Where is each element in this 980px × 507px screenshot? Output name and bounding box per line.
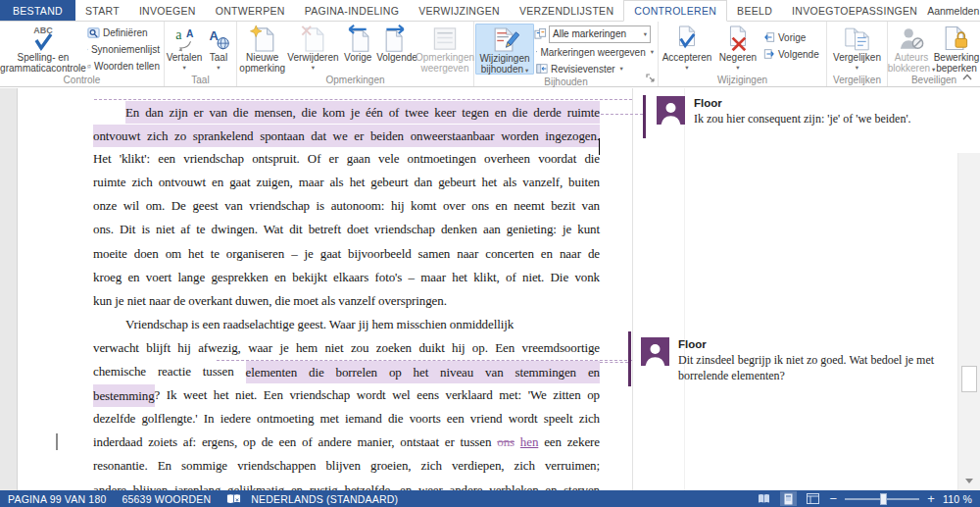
next-change-label: Volgende <box>778 49 819 60</box>
tab-invoegen[interactable]: INVOEGEN <box>129 0 206 21</box>
word-count-indicator[interactable]: 65639 WOORDEN <box>122 493 211 505</box>
previous-comment-icon <box>343 25 372 53</box>
text-line[interactable]: Vriendschap is een raadselachtige geest.… <box>93 313 600 336</box>
text-line[interactable]: kun je niet naar de overkant duwen, die … <box>93 289 600 313</box>
sign-in-link[interactable]: Aanmelden <box>927 5 979 17</box>
word-count-button[interactable]: ABC123 Woorden tellen <box>85 58 162 74</box>
page-indicator[interactable]: PAGINA 99 VAN 180 <box>0 493 106 505</box>
tab-list: STARTINVOEGENONTWERPENPAGINA-INDELINGVER… <box>75 0 927 21</box>
left-margin-strip <box>0 88 18 490</box>
delete-comment-label: Verwijderen <box>287 52 338 63</box>
text-line[interactable]: bestemming? Ik weet het niet. Een vriend… <box>93 383 600 407</box>
restrict-editing-button[interactable]: Bewerking beperken <box>934 24 979 75</box>
comment-author-name[interactable]: Floor <box>694 97 722 109</box>
read-mode-button[interactable] <box>756 491 772 506</box>
thesaurus-button[interactable]: Synoniemenlijst <box>85 41 162 57</box>
previous-change-button[interactable]: Vorige <box>761 29 822 45</box>
compare-button[interactable]: Vergelijken▾ <box>830 24 885 75</box>
text-line[interactable]: onze wil om. De geest van vriendschap is… <box>93 194 600 218</box>
scrollbar-thumb[interactable] <box>961 366 977 392</box>
text-line[interactable]: kroeg en voert lange gesprekken en bekij… <box>93 266 600 289</box>
tab-bestand[interactable]: BESTAND <box>0 0 75 21</box>
new-comment-button[interactable]: Nieuwe opmerking <box>238 24 286 75</box>
text-line[interactable]: ons. Dit is niet af te dwingen. Wat dit … <box>93 218 600 241</box>
track-changes-button[interactable]: Wijzigingen bijhouden▾ <box>475 24 534 75</box>
deleted-text: ons <box>497 434 514 449</box>
scroll-down-button[interactable] <box>961 475 977 487</box>
tab-verzendlijsten[interactable]: VERZENDLIJSTEN <box>510 0 623 21</box>
print-layout-button[interactable] <box>780 491 797 506</box>
tab-pagina-indeling[interactable]: PAGINA-INDELING <box>295 0 410 21</box>
zoom-slider-thumb[interactable] <box>880 493 887 505</box>
zoom-level[interactable]: 110 % <box>943 493 972 505</box>
language-button[interactable]: A Taal▾ <box>203 24 234 75</box>
zoom-out-button[interactable]: − <box>829 492 837 505</box>
text-line[interactable]: inderdaad zoiets af: ergens, op de een o… <box>93 431 600 454</box>
tab-start[interactable]: START <box>75 0 129 21</box>
reject-change-button[interactable]: Negeren▾ <box>714 24 761 75</box>
body-text: ? Ik weet het niet. Een vriendschap word… <box>155 387 600 402</box>
reviewing-pane-button[interactable]: Revisievenster▾ <box>534 61 656 76</box>
proofing-book-icon <box>226 493 241 505</box>
text-line[interactable]: chemische reactie tussen elementen die b… <box>93 360 600 383</box>
show-markup-label: Markeringen weergeven <box>540 47 645 58</box>
delete-comment-button[interactable]: Verwijderen▾ <box>286 24 339 75</box>
track-changes-label: Wijzigingen bijhouden <box>479 53 529 75</box>
previous-comment-button[interactable]: Vorige <box>339 24 376 75</box>
comment-bracket <box>628 331 631 386</box>
reject-icon <box>723 25 753 53</box>
display-for-review-select[interactable]: Alle markeringen▾ <box>534 25 656 43</box>
bijhouden-dialog-launcher[interactable] <box>646 74 656 85</box>
restrict-editing-label: Bewerking beperken <box>934 53 980 74</box>
body-text: ruimte zich ontvouwt en gaat zuigen, maa… <box>93 175 600 189</box>
language-indicator[interactable]: NEDERLANDS (STANDAARD) <box>251 493 398 505</box>
comment-author-avatar <box>657 96 685 125</box>
comment-text[interactable]: Dit zinsdeel begrijp ik niet zo goed. Wa… <box>678 353 972 383</box>
dropdown-arrow-icon: ▾ <box>620 65 623 73</box>
body-text: onze wil om. De geest van vriendschap is… <box>93 198 600 213</box>
svg-text:a: a <box>175 27 182 42</box>
accept-change-button[interactable]: Accepteren▾ <box>660 24 714 75</box>
proofing-status-button[interactable] <box>226 493 241 505</box>
ribbon-group-bijhouden: Wijzigingen bijhouden▾ Alle markeringen▾… <box>474 22 659 86</box>
text-line[interactable]: dezelfde golflengte.' In iedere ontmoeti… <box>93 407 600 431</box>
commented-text: En dan zijn er van die mensen, die kom j… <box>125 101 600 124</box>
body-text: inderdaad zoiets af: ergens, op de een o… <box>93 434 497 449</box>
comment-text[interactable]: Ik zou hier consequent zijn: 'je' of 'we… <box>694 112 980 127</box>
zoom-slider[interactable] <box>845 498 919 500</box>
text-line[interactable]: ontvouwt zich zo sprankelend spontaan da… <box>93 124 600 147</box>
dropdown-arrow-icon: ▾ <box>719 64 757 71</box>
markup-area-edge <box>684 88 685 490</box>
body-text: Vriendschap is een raadselachtige geest.… <box>125 317 514 331</box>
previous-change-icon <box>763 31 775 43</box>
text-line[interactable]: Het 'klikt': een vriendschap ontspruit. … <box>93 147 600 171</box>
tab-verwijzingen[interactable]: VERWIJZINGEN <box>409 0 510 21</box>
text-line[interactable]: En dan zijn er van die mensen, die kom j… <box>93 100 600 124</box>
tab-controleren[interactable]: CONTROLEREN <box>623 0 727 22</box>
text-line[interactable]: verwacht blijft hij afwezig, waar je hem… <box>93 336 600 360</box>
spelling-grammar-button[interactable]: ABC Spelling- en grammaticacontrole <box>1 24 85 75</box>
accept-icon <box>672 25 702 53</box>
block-authors-button: Auteurs blokkeren▾ <box>889 24 934 75</box>
group-label-controle: Controle <box>0 75 164 86</box>
next-comment-button[interactable]: Volgende <box>376 24 417 75</box>
text-line[interactable]: moeite doen om het te organiseren – je g… <box>93 242 600 266</box>
text-line[interactable]: ruimte zich ontvouwt en gaat zuigen, maa… <box>93 171 600 194</box>
comment-author-name[interactable]: Floor <box>678 338 707 350</box>
show-markup-icon <box>536 46 537 58</box>
text-line[interactable]: resonantie. En sommige vriendschappen bl… <box>93 454 600 478</box>
translate-button[interactable]: a A Vertalen▾ <box>166 24 203 75</box>
show-markup-button[interactable]: Markeringen weergeven▾ <box>534 44 656 60</box>
vertical-scrollbar[interactable] <box>957 153 980 490</box>
text-line[interactable]: andere blijven jarenlang gelijkmatig en … <box>93 479 600 491</box>
zoom-in-button[interactable]: + <box>927 492 935 505</box>
tab-beeld[interactable]: BEELD <box>727 0 782 21</box>
tab-invoegtoepassingen[interactable]: INVOEGTOEPASSINGEN <box>782 0 927 21</box>
tab-ontwerpen[interactable]: ONTWERPEN <box>206 0 295 21</box>
collapse-ribbon-button[interactable] <box>961 73 973 83</box>
reject-label: Negeren <box>719 52 757 63</box>
define-button[interactable]: Definiëren <box>85 25 162 40</box>
compare-icon <box>843 25 872 53</box>
next-change-button[interactable]: Volgende <box>761 46 822 62</box>
web-layout-button[interactable] <box>805 491 821 506</box>
